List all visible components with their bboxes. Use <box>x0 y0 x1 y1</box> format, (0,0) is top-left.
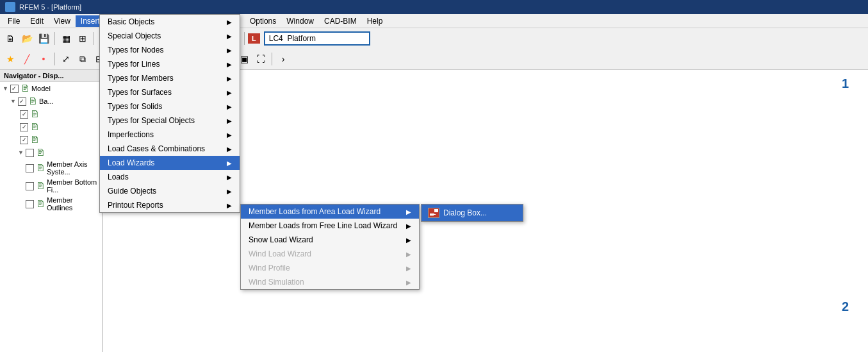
arrow-types-members: ▶ <box>227 75 232 82</box>
submenu-dialog-box[interactable]: Dialog Box... <box>422 205 523 221</box>
arrow-wind: ▶ <box>406 251 411 258</box>
menu-options[interactable]: Options <box>245 15 281 27</box>
title-bar: RFEM 5 - [Platform] <box>0 0 868 14</box>
nav-item-l4[interactable]: 🖹 <box>15 133 102 146</box>
insert-types-nodes[interactable]: Types for Nodes ▶ <box>100 43 240 57</box>
menu-help[interactable]: Help <box>362 15 388 27</box>
toolbar-new-btn[interactable]: 🗎 <box>3 31 18 46</box>
nav-label-member-bottom: Member Bottom Fi... <box>47 178 99 194</box>
arrow-free-line: ▶ <box>406 222 411 230</box>
nav-checkbox-l2[interactable] <box>20 110 28 119</box>
menu-file[interactable]: File <box>3 15 25 27</box>
title-bar-text: RFEM 5 - [Platform] <box>19 3 81 11</box>
insert-special-objects[interactable]: Special Objects ▶ <box>100 29 240 43</box>
dialog-box-icon <box>428 208 439 218</box>
toolbar-open-btn[interactable]: 📂 <box>19 31 35 46</box>
insert-load-wizards[interactable]: Load Wizards ▶ <box>100 156 240 170</box>
svg-rect-2 <box>430 214 436 215</box>
svg-rect-3 <box>430 215 434 216</box>
nav-item-ba[interactable]: ▼ 🖹 Ba... <box>8 95 102 108</box>
arrow-guide-objects: ▶ <box>227 188 232 195</box>
arrow-special-objects: ▶ <box>227 33 232 40</box>
nav-item-l5[interactable]: ▼ 🖹 <box>15 146 102 159</box>
nav-checkbox-l5[interactable] <box>26 149 34 157</box>
arrow-types-surfaces: ▶ <box>227 89 232 96</box>
submenu-area-load[interactable]: Member Loads from Area Load Wizard ▶ <box>241 205 419 219</box>
toolbar-save-btn[interactable]: 💾 <box>36 31 51 46</box>
app-icon <box>5 2 15 12</box>
arrow-load-wizards: ▶ <box>227 160 232 167</box>
number-badge-2: 2 <box>842 299 849 314</box>
toolbar-move-btn[interactable]: ⤢ <box>58 51 74 67</box>
insert-types-members[interactable]: Types for Members ▶ <box>100 71 240 85</box>
arrow-types-lines: ▶ <box>227 61 232 68</box>
submenu-wind: Wind Load Wizard ▶ <box>241 247 419 261</box>
menu-view[interactable]: View <box>49 15 76 27</box>
insert-load-cases[interactable]: Load Cases & Combinations ▶ <box>100 142 240 156</box>
nav-arrow-ba: ▼ <box>10 98 16 105</box>
toolbar-sep-6 <box>54 53 55 65</box>
insert-imperfections[interactable]: Imperfections ▶ <box>100 128 240 142</box>
nav-label-member-outlines: Member Outlines <box>47 196 99 212</box>
nav-item-l2[interactable]: 🖹 <box>15 108 102 121</box>
nav-checkbox-member-bottom[interactable] <box>26 182 34 190</box>
nav-checkbox-l4[interactable] <box>20 136 28 144</box>
toolbar-table-btn[interactable]: ▦ <box>58 31 74 46</box>
nav-checkbox-member-outlines[interactable] <box>26 200 34 208</box>
insert-types-solids[interactable]: Types for Solids ▶ <box>100 99 240 113</box>
arrow-load-cases: ▶ <box>227 146 232 153</box>
submenu-wind-simulation: Wind Simulation ▶ <box>241 275 419 289</box>
insert-types-surfaces[interactable]: Types for Surfaces ▶ <box>100 85 240 99</box>
nav-checkbox-l3[interactable] <box>20 123 28 131</box>
nav-label-ba: Ba... <box>39 97 54 105</box>
arrow-types-special: ▶ <box>227 117 232 124</box>
insert-loads[interactable]: Loads ▶ <box>100 170 240 184</box>
insert-basic-objects[interactable]: Basic Objects ▶ <box>100 15 240 29</box>
menu-cad-bim[interactable]: CAD-BIM <box>319 15 362 27</box>
navigator-panel: Navigator - Disp... ▼ 🖹 Model ▼ 🖹 Ba... … <box>0 70 102 352</box>
arrow-imperfections: ▶ <box>227 131 232 138</box>
arrow-printout: ▶ <box>227 202 232 209</box>
toolbar-point-btn[interactable]: • <box>36 51 51 67</box>
insert-types-special[interactable]: Types for Special Objects ▶ <box>100 113 240 128</box>
dialog-box-submenu: Dialog Box... <box>421 204 523 222</box>
number-badge-1: 1 <box>842 76 849 91</box>
arrow-area-load: ▶ <box>406 208 411 215</box>
menu-edit[interactable]: Edit <box>25 15 49 27</box>
toolbar-star-btn[interactable]: ★ <box>3 51 18 67</box>
insert-guide-objects[interactable]: Guide Objects ▶ <box>100 184 240 198</box>
nav-checkbox-model[interactable] <box>10 85 19 93</box>
toolbar-table2-btn[interactable]: ⊞ <box>75 31 90 46</box>
toolbar-copy-btn[interactable]: ⧉ <box>75 51 90 67</box>
arrow-basic-objects: ▶ <box>227 19 232 26</box>
arrow-wind-profile: ▶ <box>406 265 411 272</box>
lc-input[interactable] <box>264 31 370 46</box>
nav-arrow-l5: ▼ <box>18 149 24 156</box>
toolbar-sep-9 <box>272 53 272 65</box>
arrow-types-solids: ▶ <box>227 103 232 110</box>
insert-types-lines[interactable]: Types for Lines ▶ <box>100 57 240 71</box>
nav-item-member-axis[interactable]: 🖹 Member Axis Syste... <box>23 159 102 177</box>
nav-label-member-axis: Member Axis Syste... <box>47 160 99 176</box>
insert-printout[interactable]: Printout Reports ▶ <box>100 198 240 212</box>
toolbar-sep-1 <box>54 32 55 45</box>
navigator-title: Navigator - Disp... <box>0 70 102 82</box>
nav-item-l3[interactable]: 🖹 <box>15 121 102 133</box>
load-wizards-submenu: Member Loads from Area Load Wizard ▶ Mem… <box>240 204 420 290</box>
nav-item-member-outlines[interactable]: 🖹 Member Outlines <box>23 195 102 213</box>
nav-item-member-bottom[interactable]: 🖹 Member Bottom Fi... <box>23 177 102 195</box>
nav-item-model[interactable]: ▼ 🖹 Model <box>0 82 102 95</box>
submenu-snow[interactable]: Snow Load Wizard ▶ <box>241 233 419 247</box>
toolbar-more-btn[interactable]: › <box>275 51 291 67</box>
svg-rect-1 <box>430 213 434 214</box>
nav-arrow-model: ▼ <box>3 85 8 92</box>
insert-dropdown: Basic Objects ▶ Special Objects ▶ Types … <box>99 14 240 213</box>
menu-window[interactable]: Window <box>281 15 319 27</box>
toolbar-line-btn[interactable]: ╱ <box>19 51 35 67</box>
submenu-free-line[interactable]: Member Loads from Free Line Load Wizard … <box>241 219 419 233</box>
nav-checkbox-member-axis[interactable] <box>26 164 34 172</box>
toolbar-person-btn[interactable]: ⛶ <box>253 51 268 67</box>
svg-rect-4 <box>434 209 438 212</box>
submenu-wind-profile: Wind Profile ▶ <box>241 261 419 275</box>
nav-checkbox-ba[interactable] <box>18 97 26 106</box>
